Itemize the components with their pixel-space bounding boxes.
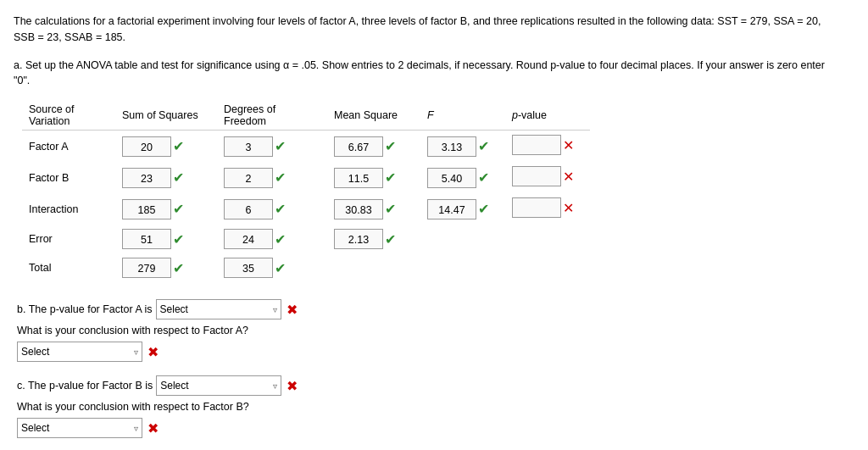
header-ms: Mean Square xyxy=(327,101,420,131)
cell-df: 35✔ xyxy=(217,253,327,282)
cell-f: 3.13✔ xyxy=(420,131,505,163)
df-check-icon: ✔ xyxy=(275,138,286,154)
cell-df: 2✔ xyxy=(217,162,327,193)
df-check-icon: ✔ xyxy=(275,201,286,217)
f-input[interactable]: 5.40 xyxy=(427,168,476,188)
df-input[interactable]: 35 xyxy=(224,258,273,278)
cell-ss: 20✔ xyxy=(115,131,217,163)
cell-pval: ✕ xyxy=(505,162,590,193)
part-c-conclusion-arrow-icon: ▿ xyxy=(134,424,138,433)
part-c-conclusion-row: Select ▿ ✖ xyxy=(17,418,854,438)
ms-check-icon: ✔ xyxy=(385,201,396,217)
part-b-x-icon: ✖ xyxy=(287,302,298,318)
ss-check-icon: ✔ xyxy=(173,260,184,276)
table-row: Factor A20✔3✔6.67✔3.13✔✕ xyxy=(22,131,590,163)
df-input[interactable]: 6 xyxy=(224,199,273,219)
table-row: Factor B23✔2✔11.5✔5.40✔✕ xyxy=(22,162,590,193)
cell-pval xyxy=(505,225,590,253)
part-c-x-icon: ✖ xyxy=(287,378,298,394)
df-check-icon: ✔ xyxy=(275,231,286,247)
f-input[interactable]: 14.47 xyxy=(427,199,476,219)
cell-f xyxy=(420,225,505,253)
cell-df: 24✔ xyxy=(217,225,327,253)
part-b-conclusion-select[interactable]: Select ▿ xyxy=(17,342,142,362)
df-check-icon: ✔ xyxy=(275,260,286,276)
pval-input[interactable] xyxy=(512,135,561,155)
part-b-conclusion-x-icon: ✖ xyxy=(147,344,159,360)
part-b-section: b. The p-value for Factor A is Select ▿ … xyxy=(17,299,854,362)
cell-source: Interaction xyxy=(22,193,115,225)
ss-input[interactable]: 185 xyxy=(122,199,171,219)
f-check-icon: ✔ xyxy=(478,138,489,154)
part-b-pvalue-row: b. The p-value for Factor A is Select ▿ … xyxy=(17,299,854,319)
cell-pval: ✕ xyxy=(505,131,590,163)
ms-input[interactable]: 11.5 xyxy=(334,168,383,188)
part-c-pvalue-row: c. The p-value for Factor B is Select ▿ … xyxy=(17,375,854,396)
part-c-arrow-icon: ▿ xyxy=(273,381,277,391)
df-input[interactable]: 3 xyxy=(224,136,273,157)
df-check-icon: ✔ xyxy=(275,169,286,186)
cell-ms: 2.13✔ xyxy=(327,225,420,253)
df-input[interactable]: 24 xyxy=(224,229,273,249)
cell-ss: 185✔ xyxy=(115,193,217,225)
cell-ms: 6.67✔ xyxy=(327,131,420,163)
f-input[interactable]: 3.13 xyxy=(427,136,476,157)
pval-x-icon: ✕ xyxy=(563,200,574,216)
part-b-conclusion-row: Select ▿ ✖ xyxy=(17,342,854,362)
ss-check-icon: ✔ xyxy=(173,231,184,247)
cell-pval: ✕ xyxy=(505,193,590,225)
cell-f: 14.47✔ xyxy=(420,193,505,225)
part-b-conclusion-arrow-icon: ▿ xyxy=(134,347,138,357)
cell-ms: 30.83✔ xyxy=(327,193,420,225)
cell-f xyxy=(420,253,505,282)
header-f: F xyxy=(420,101,505,131)
f-check-icon: ✔ xyxy=(478,169,489,186)
anova-table: Source of Variation Sum of Squares Degre… xyxy=(22,101,590,282)
ms-input[interactable]: 6.67 xyxy=(334,136,383,157)
ss-input[interactable]: 51 xyxy=(122,229,171,249)
cell-source: Total xyxy=(22,253,115,282)
ms-check-icon: ✔ xyxy=(385,231,396,247)
cell-source: Factor B xyxy=(22,162,115,193)
header-pval: p-value xyxy=(505,101,590,131)
part-c-select[interactable]: Select ▿ xyxy=(156,375,281,396)
cell-ms xyxy=(327,253,420,282)
table-row: Total279✔35✔ xyxy=(22,253,590,282)
cell-df: 3✔ xyxy=(217,131,327,163)
ss-input[interactable]: 23 xyxy=(122,168,171,188)
pval-input[interactable] xyxy=(512,197,561,218)
part-c-conclusion-x-icon: ✖ xyxy=(147,420,159,436)
ss-check-icon: ✔ xyxy=(173,138,184,154)
cell-f: 5.40✔ xyxy=(420,162,505,193)
ms-check-icon: ✔ xyxy=(385,138,396,154)
cell-ms: 11.5✔ xyxy=(327,162,420,193)
ms-check-icon: ✔ xyxy=(385,169,396,186)
df-input[interactable]: 2 xyxy=(224,168,273,188)
problem-description: The calculations for a factorial experim… xyxy=(14,14,827,46)
header-source: Source of Variation xyxy=(22,101,115,131)
part-c-conclusion-select[interactable]: Select ▿ xyxy=(17,418,142,438)
f-check-icon: ✔ xyxy=(478,201,489,217)
pval-x-icon: ✕ xyxy=(563,137,574,153)
pval-x-icon: ✕ xyxy=(563,169,574,185)
part-a-instructions: a. Set up the ANOVA table and test for s… xyxy=(14,58,827,90)
ms-input[interactable]: 30.83 xyxy=(334,199,383,219)
header-ss: Sum of Squares xyxy=(115,101,217,131)
part-c-section: c. The p-value for Factor B is Select ▿ … xyxy=(17,375,854,438)
pval-input[interactable] xyxy=(512,166,561,186)
cell-source: Error xyxy=(22,225,115,253)
part-b-select[interactable]: Select ▿ xyxy=(156,299,281,319)
part-c-label: c. The p-value for Factor B is xyxy=(17,380,153,392)
ss-input[interactable]: 279 xyxy=(122,258,171,278)
ss-input[interactable]: 20 xyxy=(122,136,171,157)
header-df: Degrees of Freedom xyxy=(217,101,327,131)
cell-df: 6✔ xyxy=(217,193,327,225)
ss-check-icon: ✔ xyxy=(173,169,184,186)
ms-input[interactable]: 2.13 xyxy=(334,229,383,249)
cell-pval xyxy=(505,253,590,282)
part-b-label: b. The p-value for Factor A is xyxy=(17,303,153,315)
ss-check-icon: ✔ xyxy=(173,201,184,217)
table-row: Interaction185✔6✔30.83✔14.47✔✕ xyxy=(22,193,590,225)
table-row: Error51✔24✔2.13✔ xyxy=(22,225,590,253)
part-c-conclusion-label: What is your conclusion with respect to … xyxy=(17,401,854,413)
